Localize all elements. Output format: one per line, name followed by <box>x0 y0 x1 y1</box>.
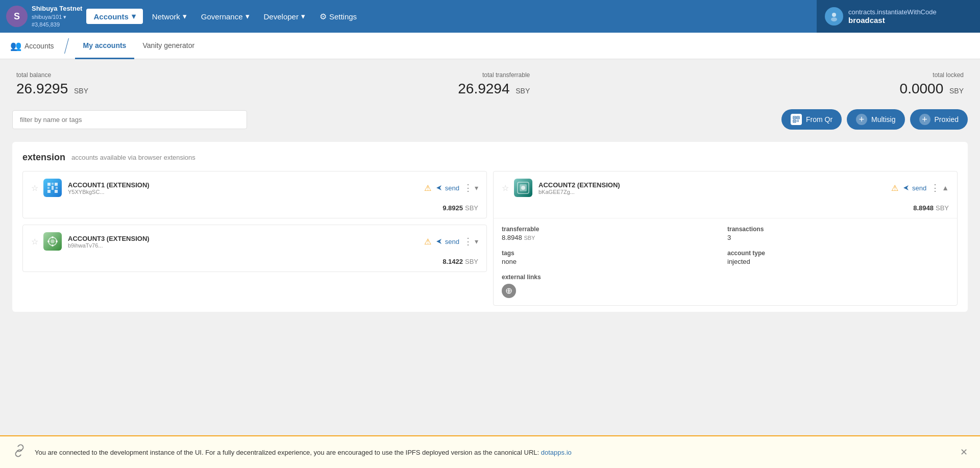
broadcast-area: contracts.instantiateWithCode broadcast <box>817 0 980 33</box>
total-balance-amount: 26.9295 <box>16 81 68 96</box>
total-balance-label: total balance <box>16 71 88 79</box>
accounts-nav-button[interactable]: Accounts ▾ <box>86 9 142 24</box>
total-balance-unit: SBY <box>74 87 88 95</box>
tab-my-accounts[interactable]: My accounts <box>75 33 135 59</box>
transactions-value: 3 <box>727 234 949 241</box>
transferrable-section: transferrable 8.8948 SBY <box>502 226 723 241</box>
menu-dots-3[interactable]: ⋮ <box>463 236 473 247</box>
contract-name: contracts.instantiateWithCode <box>848 8 937 16</box>
tags-value: none <box>502 258 723 265</box>
svg-point-25 <box>56 240 58 242</box>
svg-point-28 <box>521 186 525 190</box>
plus-icon: + <box>919 114 930 125</box>
accounts-nav-label: Accounts <box>93 12 128 21</box>
detail-grid-2: transferrable 8.8948 SBY transactions 3 <box>502 226 949 241</box>
account-balance-3: 8.1422 SBY <box>23 258 486 272</box>
total-locked-value: 0.0000 SBY <box>900 81 964 97</box>
account-type-value: injected <box>727 258 949 265</box>
from-qr-label: From Qr <box>806 115 832 124</box>
warning-icon-3: ⚠ <box>424 237 431 247</box>
svg-point-1 <box>831 17 837 21</box>
account-name-2: ACCOUNT2 (EXTENSION) <box>538 181 891 189</box>
account-balance-1: 9.8925 SBY <box>23 204 486 218</box>
chevron-down-icon: ▾ <box>301 12 305 21</box>
section-subtitle: accounts available via browser extension… <box>71 154 195 161</box>
action-buttons: From Qr + Multisig + Proxied <box>781 109 968 130</box>
multisig-button[interactable]: + Multisig <box>847 109 904 130</box>
transactions-label: transactions <box>727 226 949 233</box>
svg-rect-6 <box>797 117 798 118</box>
network-path: shibuya/101 ▾ #3,845,839 <box>32 13 82 29</box>
from-qr-button[interactable]: From Qr <box>781 109 842 130</box>
balance-unit-3: SBY <box>465 258 478 265</box>
send-button-3[interactable]: send <box>435 238 459 245</box>
accounts-icon: 👥 <box>10 40 21 52</box>
proxied-button[interactable]: + Proxied <box>910 109 968 130</box>
total-transferrable: total transferrable 26.9294 SBY <box>458 71 530 97</box>
account-expanded-2: transferrable 8.8948 SBY transactions 3 <box>494 218 957 305</box>
governance-nav-link[interactable]: Governance ▾ <box>194 9 257 24</box>
svg-rect-9 <box>798 120 799 121</box>
developer-nav-link[interactable]: Developer ▾ <box>257 9 312 24</box>
send-label-3: send <box>445 238 459 245</box>
chevron-down-icon: ▾ <box>246 12 250 21</box>
network-nav-link[interactable]: Network ▾ <box>145 9 194 24</box>
broadcast-text: contracts.instantiateWithCode broadcast <box>848 8 937 24</box>
expand-button-1[interactable]: ▾ <box>475 184 478 192</box>
account-row-1: ☆ <box>23 171 486 204</box>
svg-point-23 <box>52 244 54 247</box>
account-row-2: ☆ ACCOUNT2 (EXTENSION) bKaGEE7Zg... <box>494 171 957 204</box>
menu-dots-1[interactable]: ⋮ <box>463 182 473 193</box>
svg-rect-14 <box>55 183 58 186</box>
svg-rect-5 <box>794 117 795 118</box>
tab-vanity-generator[interactable]: Vanity generator <box>134 33 203 59</box>
balance-amount-3: 8.1422 <box>443 258 463 265</box>
transferrable-label: transferrable <box>502 226 723 233</box>
logo-icon: S <box>6 6 28 27</box>
avatar-2 <box>514 179 532 197</box>
account-addr-3: b9ihwaTv76... <box>68 242 424 249</box>
extension-section: extension accounts available via browser… <box>12 142 968 312</box>
send-label-2: send <box>912 184 926 192</box>
svg-point-22 <box>52 236 54 238</box>
svg-rect-10 <box>797 121 798 122</box>
total-locked-amount: 0.0000 <box>900 81 944 96</box>
external-links-section: external links <box>502 274 723 298</box>
star-icon-2[interactable]: ☆ <box>502 183 509 193</box>
total-locked-label: total locked <box>900 71 964 79</box>
star-icon-3[interactable]: ☆ <box>31 237 38 247</box>
proxied-label: Proxied <box>935 115 959 124</box>
main-content: total balance 26.9295 SBY total transfer… <box>0 59 980 312</box>
star-icon-1[interactable]: ☆ <box>31 183 38 193</box>
account-addr-1: Y5XYBkgSC... <box>68 189 424 195</box>
menu-dots-2[interactable]: ⋮ <box>930 182 940 193</box>
logo-area: S Shibuya Testnet shibuya/101 ▾ #3,845,8… <box>6 4 82 29</box>
expand-button-3[interactable]: ▾ <box>475 237 478 245</box>
expand-button-2[interactable]: ▲ <box>942 184 949 192</box>
svg-rect-15 <box>47 187 50 189</box>
svg-rect-12 <box>47 183 51 186</box>
send-label-1: send <box>445 184 459 192</box>
send-button-1[interactable]: send <box>435 184 459 192</box>
total-transferrable-amount: 26.9294 <box>458 81 509 96</box>
account-card-3: ☆ ACCOUNT3 (EXT <box>22 225 487 272</box>
external-links-icons <box>502 284 723 298</box>
total-transferrable-unit: SBY <box>516 87 530 95</box>
account-type-label: account type <box>727 250 949 257</box>
account-card-2: ☆ ACCOUNT2 (EXTENSION) bKaGEE7Zg... <box>493 171 958 306</box>
external-link-icon[interactable] <box>502 284 516 298</box>
top-nav: S Shibuya Testnet shibuya/101 ▾ #3,845,8… <box>0 0 980 33</box>
total-locked: total locked 0.0000 SBY <box>900 71 964 97</box>
accounts-grid: ☆ <box>22 171 958 312</box>
chevron-down-icon: ▾ <box>183 12 187 21</box>
warning-icon-2: ⚠ <box>891 183 898 193</box>
broadcast-avatar <box>825 7 843 26</box>
balance-unit-1: SBY <box>465 204 478 212</box>
settings-gear-icon: ⚙ <box>320 12 327 21</box>
transactions-section: transactions 3 <box>727 226 949 241</box>
svg-point-24 <box>47 240 50 242</box>
filter-input[interactable] <box>12 110 247 129</box>
secondary-nav: 👥 Accounts My accounts Vanity generator <box>0 33 980 59</box>
send-button-2[interactable]: send <box>902 184 926 192</box>
settings-nav-link[interactable]: ⚙ Settings <box>312 9 364 24</box>
